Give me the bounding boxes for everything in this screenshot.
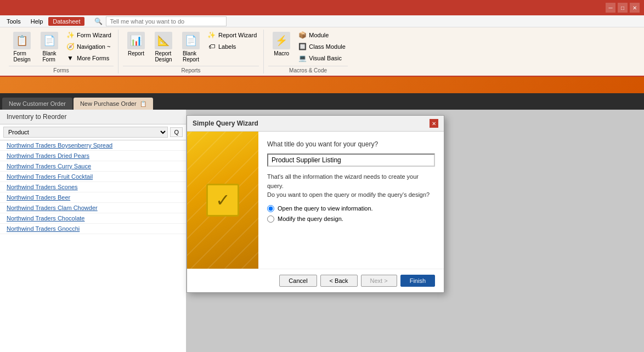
cancel-button[interactable]: Cancel <box>279 275 317 287</box>
query-title-input[interactable] <box>267 154 435 167</box>
visual-basic-icon: 💻 <box>298 54 307 63</box>
blank-report-label: BlankReport <box>183 50 199 63</box>
maximize-button[interactable]: □ <box>618 3 628 13</box>
report-icon: 📊 <box>127 32 145 49</box>
product-link[interactable]: Northwind Traders Beer <box>7 194 70 201</box>
menu-datasheet[interactable]: Datasheet <box>48 17 84 26</box>
search-icon: 🔍 <box>94 18 103 25</box>
tab-new-purchase-order-label: New Purchase Order <box>80 100 137 107</box>
report-wizard-icon: ✨ <box>207 31 216 39</box>
dialog-info-text: That's all the information the wizard ne… <box>267 172 435 200</box>
list-item[interactable]: Northwind Traders Fruit Cocktail <box>0 172 186 182</box>
navigation-button[interactable]: 🧭 Navigation ~ <box>64 41 114 52</box>
right-area: Simple Query Wizard ✕ ✓ What title do yo… <box>187 110 644 352</box>
product-link[interactable]: Northwind Traders Fruit Cocktail <box>7 173 93 180</box>
list-item[interactable]: Northwind Traders Clam Chowder <box>0 203 186 213</box>
labels-button[interactable]: 🏷 Labels <box>205 41 259 52</box>
class-module-button[interactable]: 🔲 Class Module <box>296 41 348 52</box>
menu-tools[interactable]: Tools <box>2 17 25 26</box>
list-item[interactable]: Northwind Traders Dried Pears <box>0 151 186 161</box>
blank-report-icon: 📄 <box>182 32 200 49</box>
tab-strip: New Customer Order New Purchase Order 📋 <box>0 93 644 110</box>
radio-modify-query[interactable]: Modify the query design. <box>267 215 435 223</box>
dialog-wizard-image: ✓ <box>187 132 258 269</box>
radio-modify-input[interactable] <box>267 215 274 223</box>
product-link[interactable]: Northwind Traders Curry Sauce <box>7 163 91 169</box>
finish-button[interactable]: Finish <box>400 275 435 287</box>
dialog-body: ✓ What title do you want for your query?… <box>187 132 444 269</box>
form-design-label: FormDesign <box>13 50 30 63</box>
list-item[interactable]: Northwind Traders Boysenberry Spread <box>0 140 186 151</box>
blank-report-button[interactable]: 📄 BlankReport <box>178 30 204 65</box>
navigation-label: Navigation ~ <box>77 43 110 50</box>
tab-new-customer-order-label: New Customer Order <box>9 100 66 107</box>
product-link[interactable]: Northwind Traders Boysenberry Spread <box>7 142 112 149</box>
product-link[interactable]: Northwind Traders Clam Chowder <box>7 205 98 211</box>
next-button[interactable]: Next > <box>361 275 397 287</box>
labels-label: Labels <box>218 43 236 50</box>
report-button[interactable]: 📊 Report <box>123 30 149 59</box>
blank-form-icon: 📄 <box>41 32 58 49</box>
visual-basic-button[interactable]: 💻 Visual Basic <box>296 53 348 64</box>
product-link[interactable]: Northwind Traders Gnocchi <box>7 225 80 232</box>
radio-open-query[interactable]: Open the query to view information. <box>267 205 435 212</box>
class-module-label: Class Module <box>309 43 346 50</box>
module-button[interactable]: 📦 Module <box>296 30 348 41</box>
more-forms-icon: ▼ <box>66 54 75 63</box>
dialog-question-label: What title do you want for your query? <box>267 140 435 148</box>
product-link[interactable]: Northwind Traders Scones <box>7 184 78 190</box>
minimize-button[interactable]: ─ <box>606 3 615 13</box>
product-search-button[interactable]: Q <box>170 127 183 137</box>
macros-small-buttons: 📦 Module 🔲 Class Module 💻 Visual Basic <box>296 30 348 64</box>
dialog-titlebar: Simple Query Wizard ✕ <box>187 116 444 132</box>
product-list: Northwind Traders Boysenberry Spread Nor… <box>0 140 186 234</box>
simple-query-wizard-dialog: Simple Query Wizard ✕ ✓ What title do yo… <box>187 115 444 293</box>
report-design-button[interactable]: 📐 ReportDesign <box>150 30 177 65</box>
list-item[interactable]: Northwind Traders Gnocchi <box>0 224 186 234</box>
product-link[interactable]: Northwind Traders Chocolate <box>7 215 84 222</box>
menu-bar: Tools Help Datasheet 🔍 <box>0 15 644 27</box>
report-label: Report <box>128 50 144 56</box>
macros-group-label: Macros & Code <box>268 66 348 73</box>
form-design-icon: 📋 <box>13 32 31 49</box>
report-wizard-label: Report Wizard <box>218 32 257 38</box>
ribbon-group-reports: 📊 Report 📐 ReportDesign 📄 BlankReport ✨ … <box>118 30 264 73</box>
class-module-icon: 🔲 <box>298 42 307 51</box>
product-link[interactable]: Northwind Traders Dried Pears <box>7 152 89 159</box>
list-item[interactable]: Northwind Traders Chocolate <box>0 213 186 224</box>
tab-new-customer-order[interactable]: New Customer Order <box>2 98 72 110</box>
search-bar: 🔍 <box>94 16 633 26</box>
radio-open-input[interactable] <box>267 205 274 212</box>
form-wizard-button[interactable]: ✨ Form Wizard <box>64 30 114 41</box>
dialog-close-button[interactable]: ✕ <box>430 119 438 128</box>
tab-new-purchase-order[interactable]: New Purchase Order 📋 <box>74 98 153 110</box>
macro-icon: ⚡ <box>273 32 290 49</box>
macro-button[interactable]: ⚡ Macro <box>268 30 295 59</box>
back-button[interactable]: < Back <box>320 275 358 287</box>
product-filter-row: Product Q <box>0 124 186 140</box>
navigation-icon: 🧭 <box>66 42 75 51</box>
search-input[interactable] <box>106 16 227 26</box>
labels-icon: 🏷 <box>207 42 216 51</box>
report-wizard-button[interactable]: ✨ Report Wizard <box>205 30 259 41</box>
menu-help[interactable]: Help <box>26 17 48 26</box>
radio-modify-label: Modify the query design. <box>278 215 343 222</box>
ribbon-group-forms: 📋 FormDesign 📄 BlankForm ✨ Form Wizard 🧭… <box>4 30 118 73</box>
blank-form-button[interactable]: 📄 BlankForm <box>36 30 63 65</box>
more-forms-label: More Forms <box>77 55 109 61</box>
list-item[interactable]: Northwind Traders Scones <box>0 182 186 192</box>
inventory-header: Inventory to Reorder <box>0 110 186 124</box>
module-label: Module <box>309 32 329 38</box>
close-button[interactable]: ✕ <box>630 3 640 13</box>
dialog-title: Simple Query Wizard <box>193 120 258 127</box>
blank-form-label: BlankForm <box>42 50 56 63</box>
report-design-icon: 📐 <box>155 32 172 49</box>
product-filter-select[interactable]: Product <box>3 127 168 138</box>
forms-small-buttons: ✨ Form Wizard 🧭 Navigation ~ ▼ More Form… <box>64 30 114 64</box>
ribbon-group-macros: ⚡ Macro 📦 Module 🔲 Class Module 💻 Visual… <box>264 30 352 73</box>
more-forms-button[interactable]: ▼ More Forms <box>64 53 114 64</box>
list-item[interactable]: Northwind Traders Curry Sauce <box>0 161 186 172</box>
form-design-button[interactable]: 📋 FormDesign <box>9 30 35 65</box>
list-item[interactable]: Northwind Traders Beer <box>0 192 186 203</box>
reports-group-label: Reports <box>123 66 259 73</box>
